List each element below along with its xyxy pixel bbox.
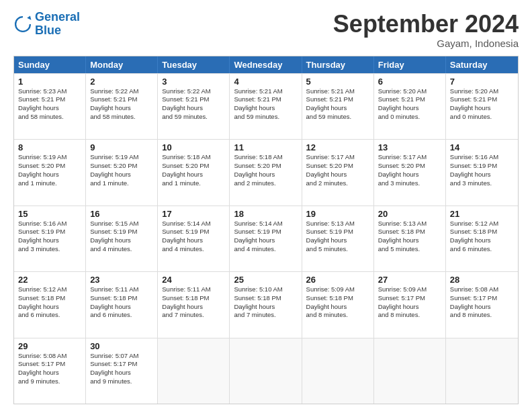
week-2: 8 Sunrise: 5:19 AMSunset: 5:20 PMDayligh… (14, 139, 518, 205)
logo-icon (13, 15, 32, 34)
day-25: 25 Sunrise: 5:10 AMSunset: 5:18 PMDaylig… (230, 272, 302, 337)
day-28: 28 Sunrise: 5:08 AMSunset: 5:17 PMDaylig… (446, 272, 518, 337)
empty-4 (374, 338, 446, 404)
week-5: 29 Sunrise: 5:08 AMSunset: 5:17 PMDaylig… (14, 338, 518, 404)
empty-1 (158, 338, 230, 404)
day-26: 26 Sunrise: 5:09 AMSunset: 5:18 PMDaylig… (302, 272, 374, 337)
calendar-header: Sunday Monday Tuesday Wednesday Thursday… (14, 56, 518, 73)
day-13: 13 Sunrise: 5:17 AMSunset: 5:20 PMDaylig… (374, 140, 446, 205)
day-11: 11 Sunrise: 5:18 AMSunset: 5:20 PMDaylig… (230, 140, 302, 205)
day-8: 8 Sunrise: 5:19 AMSunset: 5:20 PMDayligh… (14, 140, 86, 205)
header-sunday: Sunday (14, 56, 86, 73)
week-1: 1 Sunrise: 5:23 AMSunset: 5:21 PMDayligh… (14, 73, 518, 139)
day-1: 1 Sunrise: 5:23 AMSunset: 5:21 PMDayligh… (14, 74, 86, 139)
day-21: 21 Sunrise: 5:12 AMSunset: 5:18 PMDaylig… (446, 206, 518, 271)
header-wednesday: Wednesday (230, 56, 302, 73)
month-title: September 2024 (333, 11, 519, 38)
day-2: 2 Sunrise: 5:22 AMSunset: 5:21 PMDayligh… (86, 74, 158, 139)
day-17: 17 Sunrise: 5:14 AMSunset: 5:19 PMDaylig… (158, 206, 230, 271)
day-5: 5 Sunrise: 5:21 AMSunset: 5:21 PMDayligh… (302, 74, 374, 139)
week-4: 22 Sunrise: 5:12 AMSunset: 5:18 PMDaylig… (14, 271, 518, 337)
empty-3 (302, 338, 374, 404)
day-19: 19 Sunrise: 5:13 AMSunset: 5:19 PMDaylig… (302, 206, 374, 271)
calendar: Sunday Monday Tuesday Wednesday Thursday… (13, 56, 519, 404)
day-3: 3 Sunrise: 5:22 AMSunset: 5:21 PMDayligh… (158, 74, 230, 139)
day-12: 12 Sunrise: 5:17 AMSunset: 5:20 PMDaylig… (302, 140, 374, 205)
logo: General Blue (13, 11, 80, 38)
header-friday: Friday (374, 56, 446, 73)
header-saturday: Saturday (446, 56, 518, 73)
empty-2 (230, 338, 302, 404)
day-18: 18 Sunrise: 5:14 AMSunset: 5:19 PMDaylig… (230, 206, 302, 271)
day-22: 22 Sunrise: 5:12 AMSunset: 5:18 PMDaylig… (14, 272, 86, 337)
day-15: 15 Sunrise: 5:16 AMSunset: 5:19 PMDaylig… (14, 206, 86, 271)
day-7: 7 Sunrise: 5:20 AMSunset: 5:21 PMDayligh… (446, 74, 518, 139)
day-27: 27 Sunrise: 5:09 AMSunset: 5:17 PMDaylig… (374, 272, 446, 337)
week-3: 15 Sunrise: 5:16 AMSunset: 5:19 PMDaylig… (14, 205, 518, 271)
day-14: 14 Sunrise: 5:16 AMSunset: 5:19 PMDaylig… (446, 140, 518, 205)
empty-5 (446, 338, 518, 404)
day-20: 20 Sunrise: 5:13 AMSunset: 5:18 PMDaylig… (374, 206, 446, 271)
day-24: 24 Sunrise: 5:11 AMSunset: 5:18 PMDaylig… (158, 272, 230, 337)
title-block: September 2024 Gayam, Indonesia (333, 11, 519, 49)
location: Gayam, Indonesia (333, 38, 519, 49)
day-16: 16 Sunrise: 5:15 AMSunset: 5:19 PMDaylig… (86, 206, 158, 271)
day-4: 4 Sunrise: 5:21 AMSunset: 5:21 PMDayligh… (230, 74, 302, 139)
day-23: 23 Sunrise: 5:11 AMSunset: 5:18 PMDaylig… (86, 272, 158, 337)
day-10: 10 Sunrise: 5:18 AMSunset: 5:20 PMDaylig… (158, 140, 230, 205)
header-monday: Monday (86, 56, 158, 73)
header-tuesday: Tuesday (158, 56, 230, 73)
day-6: 6 Sunrise: 5:20 AMSunset: 5:21 PMDayligh… (374, 74, 446, 139)
day-29: 29 Sunrise: 5:08 AMSunset: 5:17 PMDaylig… (14, 338, 86, 404)
day-9: 9 Sunrise: 5:19 AMSunset: 5:20 PMDayligh… (86, 140, 158, 205)
page: General Blue September 2024 Gayam, Indon… (0, 0, 532, 411)
calendar-body: 1 Sunrise: 5:23 AMSunset: 5:21 PMDayligh… (14, 73, 518, 404)
header-thursday: Thursday (302, 56, 374, 73)
header: General Blue September 2024 Gayam, Indon… (13, 11, 519, 49)
day-30: 30 Sunrise: 5:07 AMSunset: 5:17 PMDaylig… (86, 338, 158, 404)
logo-text: General Blue (35, 11, 80, 38)
